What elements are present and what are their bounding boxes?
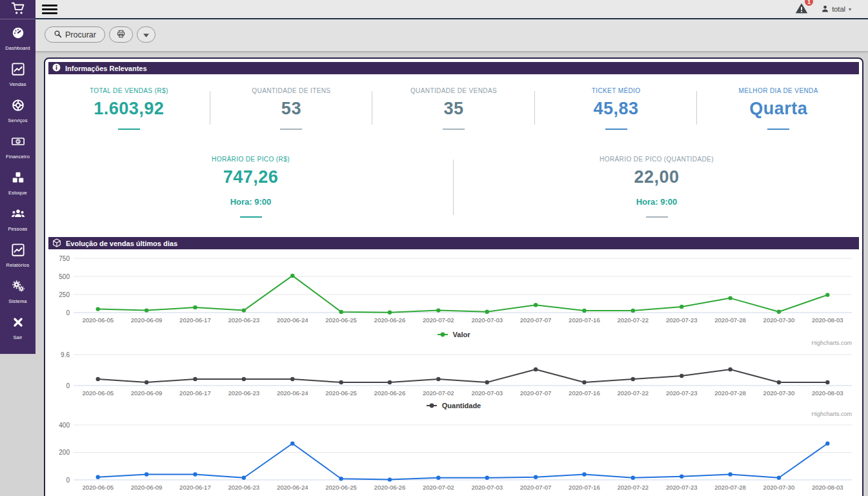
svg-text:1: 1	[17, 140, 19, 143]
stat-label: TICKET MÉDIO	[535, 87, 698, 94]
topbar: 1 total ▾	[35, 0, 868, 19]
chart-gridlines	[74, 258, 852, 313]
stat-value: 747,26	[48, 167, 454, 187]
svg-text:2020-07-23: 2020-07-23	[666, 484, 698, 491]
svg-text:2020-07-07: 2020-07-07	[520, 484, 552, 491]
topbar-right: 1 total ▾	[795, 1, 851, 17]
svg-text:0: 0	[66, 382, 70, 389]
charts-panel-title: Evolução de vendas últimos dias	[66, 240, 177, 247]
cart-icon	[11, 1, 25, 18]
stat-underline	[605, 129, 627, 130]
chart-plot-2[interactable]: 02004002020-06-052020-06-092020-06-17202…	[48, 420, 860, 493]
stat-value: 45,83	[535, 99, 698, 119]
legend-marker	[438, 332, 449, 337]
svg-text:2020-08-03: 2020-08-03	[812, 389, 843, 397]
sidebar-item-label: Relatórios	[6, 262, 30, 268]
svg-text:9.6: 9.6	[61, 351, 70, 358]
svg-text:2020-06-24: 2020-06-24	[277, 484, 308, 491]
sidebar-item-estoque[interactable]: Estoque	[0, 164, 35, 200]
svg-text:2020-06-17: 2020-06-17	[179, 389, 211, 397]
users-icon	[11, 207, 25, 223]
print-options-button[interactable]	[137, 26, 156, 43]
stat-label: HORÁRIO DE PICO (QUANTIDADE)	[454, 156, 860, 163]
sidebar-item-vendas[interactable]: Vendas	[0, 56, 35, 92]
svg-text:2020-06-24: 2020-06-24	[277, 316, 308, 324]
chart-y-axis-labels: 09.6	[61, 351, 70, 389]
svg-text:2020-07-02: 2020-07-02	[423, 484, 454, 491]
sidebar: DashboardVendasServiços1FinanceiroEstoqu…	[0, 0, 35, 496]
stat-value: 1.603,92	[48, 99, 210, 119]
stat-card: QUANTIDADE DE ITENS53	[210, 87, 373, 130]
svg-text:2020-07-16: 2020-07-16	[569, 316, 600, 324]
sidebar-item-sistema[interactable]: Sistema	[0, 273, 35, 309]
chart-series-line	[96, 274, 830, 315]
svg-text:2020-07-23: 2020-07-23	[666, 316, 698, 324]
print-button[interactable]	[109, 26, 133, 43]
legend-item-0[interactable]: Valor	[48, 331, 860, 338]
svg-text:2020-06-25: 2020-06-25	[325, 389, 357, 397]
svg-text:2020-07-02: 2020-07-02	[423, 389, 454, 397]
stat-subtext: Hora: 9:00	[48, 197, 454, 207]
svg-text:2020-06-26: 2020-06-26	[374, 389, 406, 397]
warning-icon	[795, 6, 808, 17]
stat-label: MELHOR DIA DE VENDA	[697, 87, 860, 94]
svg-text:2020-07-03: 2020-07-03	[471, 316, 503, 324]
stat-underline	[118, 129, 140, 130]
stat-subtext: Hora: 9:00	[454, 197, 860, 207]
info-panel-title: Informações Relevantes	[65, 65, 147, 72]
sidebar-item-servicos[interactable]: Serviços	[0, 92, 35, 128]
stats-row-2: HORÁRIO DE PICO (R$)747,26Hora: 9:00HORÁ…	[48, 132, 860, 220]
stat-label: TOTAL DE VENDAS (R$)	[48, 87, 210, 94]
chart-block-0: 02505007502020-06-052020-06-092020-06-17…	[48, 253, 860, 346]
search-button[interactable]: Procurar	[45, 26, 105, 43]
stat-value: 22,00	[454, 167, 860, 187]
menu-toggle-icon[interactable]	[42, 3, 57, 16]
highcharts-credits[interactable]: Highcharts.com	[48, 340, 860, 346]
search-icon	[54, 30, 62, 40]
sidebar-item-relatorios[interactable]: Relatórios	[0, 236, 35, 273]
chart-plot-1[interactable]: 09.62020-06-052020-06-092020-06-172020-0…	[48, 349, 860, 397]
app-root: DashboardVendasServiços1FinanceiroEstoqu…	[0, 0, 868, 496]
stat-card: HORÁRIO DE PICO (R$)747,26Hora: 9:00	[48, 156, 454, 218]
chart-block-1: 09.62020-06-052020-06-092020-06-172020-0…	[48, 349, 860, 417]
caret-down-icon	[143, 30, 149, 39]
svg-text:2020-07-07: 2020-07-07	[520, 316, 552, 324]
sidebar-item-sair[interactable]: Sair	[0, 309, 35, 345]
dashboard-card: Informações Relevantes TOTAL DE VENDAS (…	[44, 57, 863, 496]
sidebar-item-dashboard[interactable]: Dashboard	[0, 19, 35, 56]
sidebar-item-financeiro[interactable]: 1Financeiro	[0, 128, 35, 164]
svg-text:2020-06-05: 2020-06-05	[82, 316, 114, 324]
sidebar-item-label: Sair	[13, 335, 22, 340]
app-logo[interactable]	[0, 0, 35, 19]
legend-item-1[interactable]: Quantidade	[48, 402, 860, 409]
stat-label: QUANTIDADE DE ITENS	[210, 87, 373, 94]
sidebar-item-label: Estoque	[8, 190, 27, 196]
highcharts-credits[interactable]: Highcharts.com	[48, 411, 860, 417]
chart-plot-0[interactable]: 02505007502020-06-052020-06-092020-06-17…	[48, 253, 860, 326]
sidebar-menu: DashboardVendasServiços1FinanceiroEstoqu…	[0, 0, 35, 354]
sidebar-item-label: Financeiro	[6, 154, 30, 160]
svg-text:2020-07-30: 2020-07-30	[763, 389, 795, 397]
cubes-icon	[11, 170, 25, 187]
svg-text:2020-06-17: 2020-06-17	[179, 484, 211, 491]
legend-marker	[427, 403, 438, 408]
chart-block-2: 02004002020-06-052020-06-092020-06-17202…	[48, 420, 860, 495]
info-panel-header: Informações Relevantes	[48, 62, 859, 74]
notifications-button[interactable]: 1	[795, 1, 808, 17]
legend-label: Quantidade	[442, 402, 481, 409]
main-area: 1 total ▾ Procurar	[35, 0, 868, 496]
chart-y-axis-labels: 0200400	[59, 422, 70, 484]
sidebar-item-pessoas[interactable]: Pessoas	[0, 200, 35, 236]
svg-text:2020-07-16: 2020-07-16	[569, 484, 600, 491]
cube-icon	[52, 238, 62, 249]
chart-y-axis-labels: 0250500750	[59, 255, 70, 316]
notification-badge: 1	[805, 0, 813, 6]
svg-text:2020-07-03: 2020-07-03	[471, 484, 503, 491]
user-menu[interactable]: total ▾	[821, 5, 851, 14]
stat-underline	[240, 216, 262, 218]
charts-panel-header: Evolução de vendas últimos dias	[48, 237, 859, 249]
sidebar-item-label: Sistema	[8, 298, 27, 304]
svg-text:200: 200	[59, 449, 70, 456]
stat-card: QUANTIDADE DE VENDAS35	[372, 87, 535, 130]
printer-icon	[116, 29, 126, 41]
